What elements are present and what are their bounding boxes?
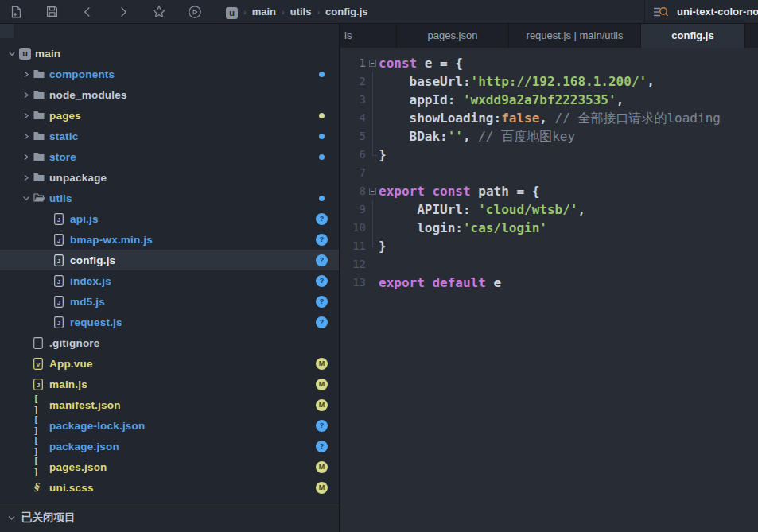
line-number: 7 [340, 164, 366, 182]
line-number: 8 [340, 182, 366, 200]
chevron-right-icon[interactable] [19, 112, 33, 119]
code-line[interactable]: 9 APIUrl: 'cloud/wtsb/', [340, 200, 758, 219]
tree-item-config.js[interactable]: Jconfig.js? [0, 250, 339, 270]
tree-item-static[interactable]: static [0, 126, 339, 146]
code-line[interactable]: 13export default e [340, 274, 758, 292]
save-icon[interactable] [42, 2, 61, 21]
code-editor[interactable]: 1−const e = {2 baseUrl:'http://192.168.1… [340, 48, 758, 532]
tree-item-index.js[interactable]: Jindex.js? [0, 270, 339, 291]
tree-item-label: main.js [49, 379, 87, 390]
code-line[interactable]: 2 baseUrl:'http://192.168.1.200/', [340, 72, 758, 91]
tab-request.js-main-utils[interactable]: request.js | main/utils [509, 24, 641, 48]
tree-item-uni.scss[interactable]: §uni.scssM [0, 477, 339, 498]
tab-config.js[interactable]: config.js [641, 24, 745, 48]
folder-icon [33, 69, 49, 79]
closed-projects-bar[interactable]: 已关闭项目 [0, 503, 339, 532]
tree-item-request.js[interactable]: Jrequest.js? [0, 312, 339, 332]
fold-gutter [366, 200, 379, 219]
tree-item-store[interactable]: store [0, 146, 339, 167]
chevron-down-icon[interactable] [19, 195, 33, 202]
folder-icon [33, 173, 49, 182]
tree-item-label: bmap-wx.min.js [70, 234, 153, 246]
code-text: appId: 'wxdd9a2a7bf2223535', [379, 91, 624, 109]
folder-icon [33, 90, 49, 99]
json-icon: [ ] [33, 456, 49, 478]
tree-item-pages[interactable]: pages [0, 105, 339, 126]
back-icon[interactable] [78, 2, 97, 21]
fold-gutter [366, 164, 379, 182]
code-line[interactable]: 1−const e = { [340, 54, 758, 72]
star-icon[interactable] [150, 2, 169, 21]
chevron-right-icon[interactable] [19, 174, 33, 181]
code-line[interactable]: 7 [340, 164, 758, 182]
tree-item-bmap-wx.min.js[interactable]: Jbmap-wx.min.js? [0, 229, 339, 250]
line-number: 6 [340, 146, 366, 164]
code-line[interactable]: 4 showLoading:false, // 全部接口请求的loading [340, 109, 758, 127]
tree-item-node-modules[interactable]: node_modules [0, 84, 339, 105]
tree-item-manifest.json[interactable]: [ ]manifest.jsonM [0, 394, 339, 415]
tree-item-.gitignore[interactable]: .gitignore [0, 332, 339, 353]
breadcrumb-item[interactable]: main [252, 6, 276, 17]
tree-item-package-lock.json[interactable]: [ ]package-lock.json? [0, 415, 339, 436]
fold-gutter [366, 237, 379, 255]
tree-item-label: package.json [49, 441, 119, 452]
code-line[interactable]: 6} [340, 146, 758, 164]
fold-collapse-icon[interactable]: − [369, 60, 376, 67]
tree-item-label: .gitignore [49, 337, 100, 349]
git-status-badge: M [316, 461, 328, 473]
breadcrumb-item[interactable]: utils [290, 6, 312, 17]
editor-pane: ispages.jsonrequest.js | main/utilsconfi… [340, 24, 758, 532]
code-line[interactable]: 5 BDak:'', // 百度地图key [340, 127, 758, 146]
tree-item-App.vue[interactable]: VApp.vueM [0, 353, 339, 374]
tree-item-pages.json[interactable]: [ ]pages.jsonM [0, 456, 339, 477]
svg-text:J: J [57, 298, 60, 305]
git-change-dot [319, 72, 325, 77]
tree-item-unpackage[interactable]: unpackage [0, 167, 339, 188]
tree-item-md5.js[interactable]: Jmd5.js? [0, 291, 339, 312]
chevron-right-icon[interactable] [19, 71, 33, 78]
tree-item-components[interactable]: components [0, 64, 339, 84]
fold-gutter [366, 219, 379, 237]
fold-gutter [366, 72, 379, 91]
code-line[interactable]: 10 login:'cas/login' [340, 219, 758, 237]
hbuilderx-window: u›main›utils›config.js uni-text-color-no… [0, 0, 758, 532]
line-number: 2 [340, 72, 366, 91]
fold-collapse-icon[interactable]: − [369, 188, 376, 195]
tree-item-utils[interactable]: utils [0, 188, 339, 208]
code-line[interactable]: 3 appId: 'wxdd9a2a7bf2223535', [340, 91, 758, 109]
sidebar-top-notch [0, 24, 14, 38]
line-number: 1 [340, 54, 366, 72]
code-line[interactable]: 8−export const path = { [340, 182, 758, 200]
tree-item-main[interactable]: umain [0, 43, 339, 64]
code-line[interactable]: 12 [340, 255, 758, 274]
new-file-icon[interactable] [6, 2, 25, 21]
git-change-dot [319, 196, 325, 201]
tree-item-label: node_modules [49, 89, 127, 101]
doc-icon [33, 337, 49, 349]
svg-text:J: J [57, 278, 60, 285]
code-line[interactable]: 11} [340, 237, 758, 255]
chevron-right-icon[interactable] [19, 153, 33, 161]
git-change-dot [319, 154, 325, 160]
tab-is[interactable]: is [340, 24, 397, 48]
breadcrumb-item[interactable]: config.js [325, 6, 367, 17]
line-number: 12 [340, 255, 366, 274]
chevron-down-icon[interactable] [5, 50, 19, 57]
tree-item-label: static [49, 130, 78, 142]
search-in-files-icon[interactable] [651, 2, 671, 21]
tree-item-api.js[interactable]: Japi.js? [0, 208, 339, 229]
code-text: } [379, 237, 387, 255]
tree-item-package.json[interactable]: [ ]package.json? [0, 436, 339, 456]
forward-icon[interactable] [114, 2, 133, 21]
search-query-text: uni-text-color-no [677, 6, 758, 17]
run-icon[interactable] [185, 2, 204, 21]
tab-pages.json[interactable]: pages.json [397, 24, 509, 48]
svg-text:J: J [57, 257, 60, 264]
line-number: 9 [340, 200, 366, 219]
chevron-right-icon[interactable] [19, 91, 33, 99]
chevron-right-icon[interactable] [19, 133, 33, 140]
folder-icon [33, 111, 49, 120]
tree-item-main.js[interactable]: Jmain.jsM [0, 374, 339, 394]
git-status-badge: M [316, 358, 328, 370]
line-number: 10 [340, 219, 366, 237]
